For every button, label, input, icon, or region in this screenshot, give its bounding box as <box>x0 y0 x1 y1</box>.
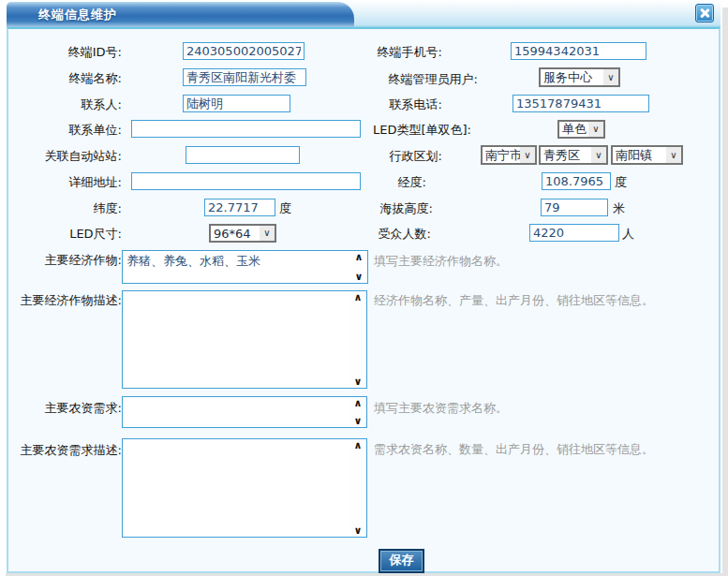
scroll-down-icon[interactable]: ∨ <box>355 272 364 282</box>
scroll-down-icon[interactable]: ∨ <box>354 525 363 536</box>
contact-phone-input[interactable] <box>513 95 649 112</box>
longitude-label: 经度: <box>281 174 426 191</box>
agri-needs-hint: 填写主要农资需求名称。 <box>374 400 508 417</box>
admin-user-label: 终端管理员用户: <box>281 71 478 88</box>
close-button[interactable] <box>695 4 714 22</box>
scrollbar[interactable]: ∧ ∨ <box>351 252 366 282</box>
agri-needs-label: 主要农资需求: <box>7 400 122 417</box>
agri-needs-desc-textarea[interactable]: ∧ ∨ <box>122 438 367 538</box>
title-bar: 终端信息维护 <box>7 0 721 27</box>
longitude-input[interactable] <box>542 172 611 190</box>
terminal-info-dialog: 终端信息维护 终端ID号: 终端手机号: 终端名称: 终端管理员用户: 服务中心… <box>0 0 728 576</box>
contact-phone-label: 联系电话: <box>281 96 442 113</box>
audience-label: 受众人数: <box>281 226 431 243</box>
region-district-select[interactable]: 青秀区 ∨ <box>539 145 608 165</box>
main-crops-desc-textarea[interactable]: ∧ ∨ <box>122 290 367 389</box>
terminal-phone-input[interactable] <box>511 42 646 60</box>
dialog-shadow-right <box>722 7 728 576</box>
agri-needs-textarea[interactable]: ∧ ∨ <box>122 396 367 428</box>
chevron-down-icon: ∨ <box>520 147 535 163</box>
chevron-down-icon: ∨ <box>591 147 606 163</box>
main-crops-desc-hint: 经济作物名称、产量、出产月份、销往地区等信息。 <box>374 292 654 309</box>
scroll-up-icon[interactable]: ∧ <box>354 292 363 303</box>
altitude-input[interactable] <box>541 199 608 216</box>
led-type-select[interactable]: 单色 ∨ <box>557 120 605 139</box>
latitude-input[interactable] <box>204 199 275 216</box>
chevron-down-icon: ∨ <box>666 147 681 163</box>
scrollbar[interactable]: ∧ ∨ <box>350 440 365 536</box>
scroll-up-icon[interactable]: ∧ <box>355 252 364 262</box>
audience-input[interactable] <box>529 224 619 242</box>
agri-needs-desc-hint: 需求农资名称、数量、出产月份、销往地区等信息。 <box>374 441 654 458</box>
main-crops-label: 主要经济作物: <box>7 252 122 269</box>
admin-user-select[interactable]: 服务中心 ∨ <box>539 67 620 87</box>
close-icon <box>699 7 710 19</box>
scrollbar[interactable]: ∧ ∨ <box>350 398 365 426</box>
chevron-down-icon: ∨ <box>588 122 603 137</box>
auto-station-label: 关联自动站站: <box>7 148 122 165</box>
chevron-down-icon: ∨ <box>603 69 618 85</box>
terminal-id-label: 终端ID号: <box>7 44 122 61</box>
latitude-label: 纬度: <box>7 200 122 217</box>
chevron-down-icon: ∨ <box>260 226 275 241</box>
led-type-label: LED类型[单双色]: <box>281 122 471 139</box>
scroll-up-icon[interactable]: ∧ <box>354 440 363 450</box>
save-button[interactable]: 保存 <box>379 549 424 573</box>
scrollbar[interactable]: ∧ ∨ <box>350 292 365 387</box>
contact-input[interactable] <box>183 95 290 112</box>
led-size-select[interactable]: 96*64 ∨ <box>209 224 276 243</box>
dialog-title: 终端信息维护 <box>38 7 117 23</box>
region-label: 行政区划: <box>281 148 442 165</box>
scroll-up-icon[interactable]: ∧ <box>354 398 363 408</box>
terminal-phone-label: 终端手机号: <box>281 44 442 61</box>
address-label: 详细地址: <box>7 174 122 191</box>
region-town-select[interactable]: 南阳镇 ∨ <box>611 145 683 165</box>
longitude-unit: 度 <box>615 174 627 191</box>
contact-label: 联系人: <box>7 96 122 113</box>
terminal-name-label: 终端名称: <box>7 70 122 87</box>
agri-needs-desc-label: 主要农资需求描述: <box>7 442 122 459</box>
altitude-label: 海拔高度: <box>281 200 433 217</box>
title-tab: 终端信息维护 <box>7 2 354 27</box>
led-size-label: LED尺寸: <box>7 226 122 243</box>
region-city-select[interactable]: 南宁市 ∨ <box>481 145 537 165</box>
main-crops-textarea[interactable]: 养猪、养兔、水稻、玉米 ∧ ∨ <box>122 250 368 284</box>
main-crops-hint: 填写主要经济作物名称。 <box>374 253 508 270</box>
scroll-down-icon[interactable]: ∨ <box>354 416 363 426</box>
altitude-unit: 米 <box>613 200 625 217</box>
scroll-down-icon[interactable]: ∨ <box>354 377 363 387</box>
contact-unit-label: 联系单位: <box>7 122 122 139</box>
audience-unit: 人 <box>622 226 634 243</box>
main-crops-desc-label: 主要经济作物描述: <box>7 292 122 309</box>
